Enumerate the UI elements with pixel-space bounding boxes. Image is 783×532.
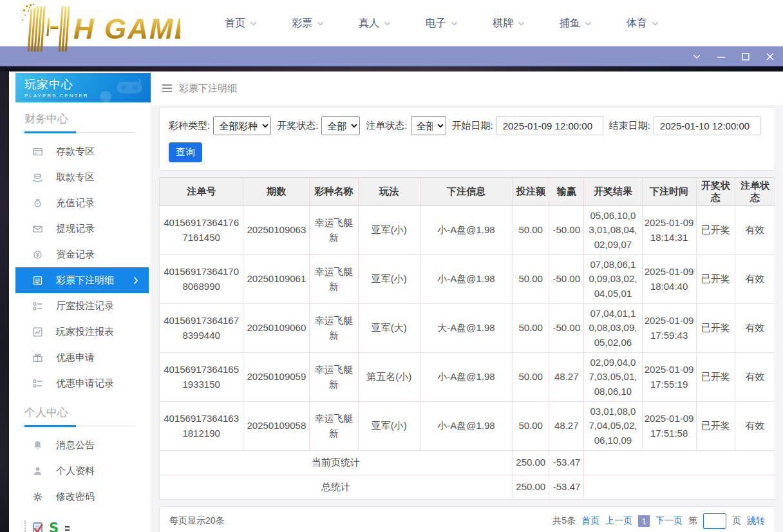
bet-status-select[interactable]: 全部 [411,116,446,135]
lottery-type-select[interactable]: 全部彩种 [213,116,271,135]
top-nav: 首页彩票真人电子棋牌捕鱼体育 [207,0,676,46]
table-cell: 401569173641631812190 [160,402,243,451]
sidebar-item-label: 修改密码 [56,491,95,503]
close-icon[interactable] [765,52,775,62]
table-cell: 亚军(小) [358,255,420,304]
table-cell: 幸运飞艇新 [310,304,358,353]
next-page-link[interactable]: 下一页 [656,515,683,527]
moneybag-icon [32,198,43,209]
maximize-icon[interactable] [741,52,751,62]
section-underline [24,425,135,427]
table-cell: 07,04,01,10,08,03,09,05,02,06 [584,304,642,353]
sidebar-item-deposit-zone[interactable]: 存款专区 [9,138,151,164]
sidebar-item-profile[interactable]: 个人资料 [9,458,151,484]
sidebar-item-withdrawal-records[interactable]: 提现记录 [9,216,151,242]
chevron-down-icon [384,21,391,26]
table-cell: 20250109058 [243,402,310,451]
ime-menu-icon[interactable] [65,526,70,531]
sidebar-item-label: 优惠申请 [56,352,95,364]
window-controls [692,46,775,66]
sidebar-item-withdraw-zone[interactable]: 取款专区 [9,164,151,190]
table-wrap: 注单号期数彩种名称玩法下注信息投注额输赢开奖结果下注时间开奖状态注单状态 401… [159,177,775,500]
column-header: 注单号 [160,178,243,206]
sidebar-item-player-bet-report[interactable]: 玩家投注报表 [9,319,151,345]
sidebar-item-label: 优惠申请记录 [56,377,114,390]
chevron-down-icon [250,21,257,26]
screen: H GAME 首页彩票真人电子棋牌捕鱼体育 玩家中心 [0,0,783,532]
prev-page-link[interactable]: 上一页 [605,515,632,527]
search-button[interactable]: 查询 [169,142,202,162]
sidebar-item-hall-bet-records[interactable]: 厅室投注记录 [9,293,151,319]
table-cell: 已开奖 [696,304,735,353]
jump-page-input[interactable] [703,513,726,529]
table-cell: 20250109059 [243,353,310,402]
page-size-text: 每页显示20条 [169,515,225,527]
table-cell: -50.00 [549,206,584,255]
table-cell: 大-A盘@1.98 [420,304,512,353]
chevron-right-icon [133,276,138,287]
report-icon [32,327,43,337]
minimize-icon[interactable] [716,52,726,62]
end-date-input[interactable] [654,116,760,135]
nav-item-fishing[interactable]: 捕鱼 [542,17,609,30]
table-cell: 401569173641708068990 [160,255,243,304]
summary-row: 总统计250.00-53.47 [160,475,775,500]
dropdown-chevron-icon[interactable] [692,52,702,62]
summary-label: 总统计 [160,475,513,500]
first-page-link[interactable]: 首页 [581,515,599,527]
table-cell: 03,01,08,07,04,05,02,06,10,09 [584,402,642,451]
table-cell: 有效 [735,402,775,451]
sidebar: 玩家中心 PLAYERS CENTER 财务中心存款专区取款专区充值记录提现记录… [9,71,151,532]
summary-empty [584,475,775,500]
list-icon [32,275,43,286]
banner-bubble-decoration [100,91,111,102]
table-cell: 已开奖 [696,255,735,304]
sidebar-item-lottery-bet-details[interactable]: 彩票下注明细 [15,267,149,293]
chevron-down-icon [451,21,458,26]
table-cell: 20250109063 [243,206,310,255]
ime-notepad-icon[interactable] [32,522,44,532]
chevron-down-icon [585,21,592,26]
table-cell: 有效 [735,255,775,304]
table-cell: 幸运飞艇新 [310,206,358,255]
table-cell: 20250109060 [243,304,310,353]
table-cell: 50.00 [513,353,549,402]
nav-item-lottery[interactable]: 彩票 [274,17,341,30]
draw-status-select[interactable]: 全部 [321,116,360,135]
sidebar-item-recharge-records[interactable]: 充值记录 [9,190,151,216]
nav-item-live[interactable]: 真人 [341,17,408,30]
table-cell: 48.27 [549,353,584,402]
sidebar-item-messages[interactable]: 消息公告 [9,432,151,458]
ime-sogou-icon[interactable]: S [49,522,59,532]
nav-item-chess[interactable]: 棋牌 [475,17,542,30]
column-header: 期数 [243,178,310,206]
hamburger-icon[interactable] [162,84,172,92]
start-date-input[interactable] [496,116,603,135]
jump-button[interactable]: 跳转 [747,515,765,527]
sidebar-item-change-password[interactable]: 修改密码 [9,484,151,509]
nav-item-sports[interactable]: 体育 [609,17,676,30]
table-cell: -50.00 [549,255,584,304]
table-cell: 50.00 [513,206,549,255]
nav-item-home[interactable]: 首页 [207,17,274,30]
column-header: 注单状态 [735,178,775,206]
table-cell: 401569173641651933150 [160,353,243,402]
nav-item-label: 捕鱼 [560,17,580,30]
nav-item-label: 彩票 [292,17,312,30]
table-cell: 幸运飞艇新 [310,255,358,304]
sidebar-menu: 财务中心存款专区取款专区充值记录提现记录资金记录彩票下注明细厅室投注记录玩家投注… [9,111,151,509]
table-cell: 亚军(大) [358,304,420,353]
svg-text:H GAME: H GAME [73,13,180,44]
sidebar-item-label: 消息公告 [56,439,95,451]
coin-icon [32,249,43,260]
bet-status-label: 注单状态: [366,120,407,132]
sidebar-item-promo-apply[interactable]: 优惠申请 [9,345,151,370]
nav-item-slots[interactable]: 电子 [408,17,475,30]
sidebar-item-funds-records[interactable]: 资金记录 [9,242,151,267]
nav-item-label: 首页 [225,17,245,30]
ime-drag-handle[interactable] [24,520,27,532]
column-header: 开奖结果 [584,178,642,206]
app-window: 玩家中心 PLAYERS CENTER 财务中心存款专区取款专区充值记录提现记录… [9,71,783,532]
sidebar-item-promo-apply-records[interactable]: 优惠申请记录 [9,370,151,396]
checklist-icon [32,378,43,389]
